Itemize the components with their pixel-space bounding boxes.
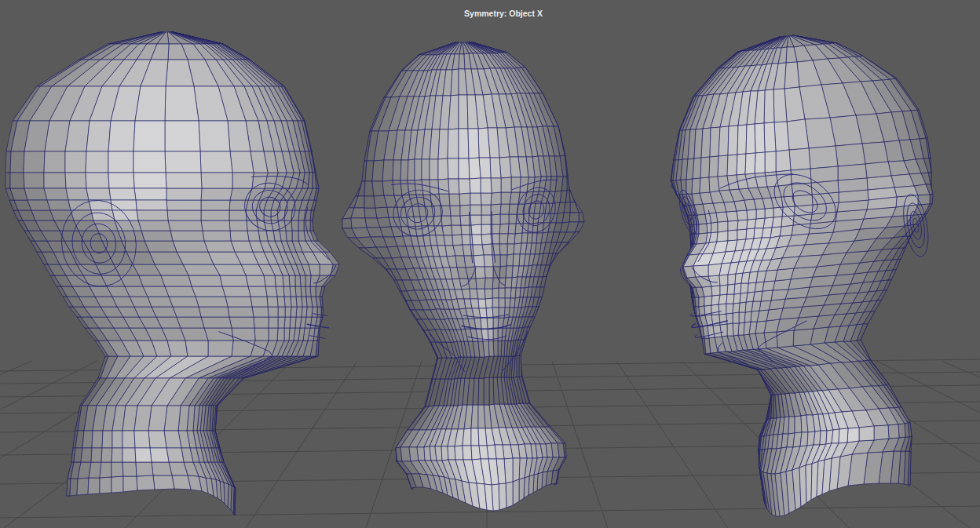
svg-text:Symmetry: Object X: Symmetry: Object X [464,9,543,18]
